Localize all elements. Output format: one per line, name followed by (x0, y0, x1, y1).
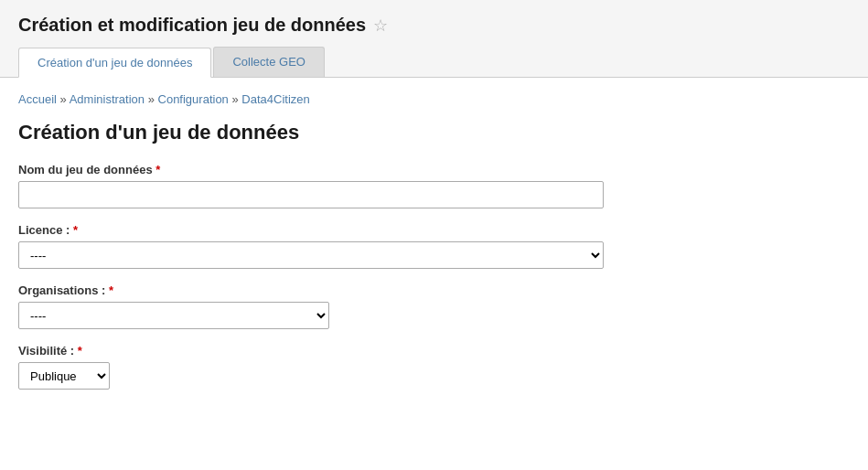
label-licence: Licence : * (18, 223, 850, 237)
breadcrumb: Accueil » Administration » Configuration… (18, 92, 850, 106)
tab-bar: Création d'un jeu de données Collecte GE… (18, 47, 850, 77)
form-group-licence: Licence : * ---- (18, 223, 850, 269)
tab-creation[interactable]: Création d'un jeu de données (18, 48, 211, 78)
breadcrumb-administration[interactable]: Administration (70, 92, 145, 106)
select-licence[interactable]: ---- (18, 241, 604, 269)
breadcrumb-configuration[interactable]: Configuration (158, 92, 229, 106)
page-title: Création et modification jeu de données (18, 15, 366, 36)
label-organisations: Organisations : * (18, 283, 850, 297)
select-organisations[interactable]: ---- (18, 302, 329, 329)
section-title: Création d'un jeu de données (18, 121, 850, 144)
favorite-star-icon[interactable]: ☆ (373, 16, 388, 36)
form-group-visibilite: Visibilité : * Publique (18, 344, 850, 390)
select-visibilite[interactable]: Publique (18, 362, 110, 390)
required-star-nom: * (155, 163, 160, 176)
breadcrumb-data4citizen[interactable]: Data4Citizen (241, 92, 309, 106)
required-star-visibilite: * (78, 344, 82, 358)
label-visibilite: Visibilité : * (18, 344, 850, 358)
title-row: Création et modification jeu de données … (18, 15, 850, 36)
required-star-licence: * (73, 223, 78, 237)
input-nom[interactable] (18, 181, 604, 208)
tab-collecte-geo[interactable]: Collecte GEO (213, 47, 324, 77)
label-nom: Nom du jeu de données * (18, 163, 850, 176)
required-star-organisations: * (109, 283, 113, 297)
breadcrumb-accueil[interactable]: Accueil (18, 92, 57, 106)
creation-form: Nom du jeu de données * Licence : * ----… (18, 163, 850, 390)
form-group-organisations: Organisations : * ---- (18, 283, 850, 329)
page-header: Création et modification jeu de données … (0, 0, 868, 78)
form-group-nom: Nom du jeu de données * (18, 163, 850, 208)
content-area: Accueil » Administration » Configuration… (0, 78, 868, 419)
